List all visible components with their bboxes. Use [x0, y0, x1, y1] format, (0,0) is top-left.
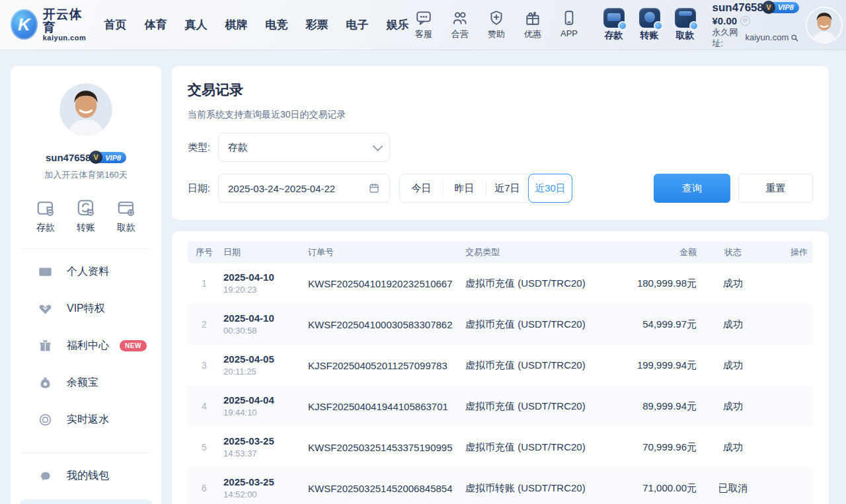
sidebar-item-rebate[interactable]: 实时返水	[20, 401, 152, 438]
cell-date-value: 2025-03-25	[223, 435, 274, 447]
transactions-table: 序号 日期 订单号 交易类型 金额 状态 操作 1 2025-04-1019:2…	[172, 231, 829, 504]
sidebar-item-my-wallet[interactable]: 我的钱包	[20, 457, 152, 494]
sidebar-item-vip[interactable]: VIP特权	[20, 290, 152, 327]
nav-item-entertainment[interactable]: 娱乐	[387, 17, 409, 32]
date-filter-label: 日期:	[188, 182, 218, 195]
chat-icon	[415, 9, 432, 26]
partners-link[interactable]: 合营	[445, 9, 475, 40]
date-range-input[interactable]: 2025-03-24~2025-04-22	[218, 174, 390, 203]
nav-item-home[interactable]: 首页	[104, 17, 127, 32]
cell-type: 虚拟币充值 (USDT/TRC20)	[463, 400, 613, 413]
sidebar-item-rebate-label: 实时返水	[67, 413, 109, 427]
cell-status: 成功	[699, 441, 767, 454]
nav-item-esports[interactable]: 电竞	[266, 17, 288, 32]
brand-logo[interactable]: K 开云体育 kaiyun.com	[11, 8, 90, 42]
quick-deposit-button[interactable]: 存款	[36, 198, 56, 234]
id-card-icon	[38, 265, 52, 279]
vip-level: VIP8	[778, 3, 794, 13]
app-label: APP	[560, 28, 578, 38]
quick-transfer-button[interactable]: 转账	[76, 198, 96, 234]
sidebar-item-welfare[interactable]: 福利中心 NEW	[20, 327, 152, 364]
partners-label: 合营	[451, 28, 469, 40]
cell-no: 5	[188, 442, 221, 452]
cell-status: 成功	[699, 277, 767, 290]
withdraw-icon	[675, 8, 696, 28]
table-row: 3 2025-04-0520:11:25 KJSF202504052011257…	[188, 345, 813, 386]
header-type: 交易类型	[463, 246, 613, 258]
quick-withdraw-label: 取款	[117, 222, 135, 234]
cell-no: 2	[188, 319, 221, 330]
deposit-icon	[603, 8, 625, 28]
user-info: sun47658 V VIP8 ¥0.00 ⟳ 永久网址: kaiyun.com	[712, 1, 799, 49]
withdraw-button[interactable]: 取款	[670, 8, 701, 42]
cell-order: KJSF202504041944105863701	[305, 401, 463, 412]
sidebar-item-my-wallet-label: 我的钱包	[67, 469, 109, 483]
topbar-wallet-actions: 存款 转账 取款	[599, 8, 701, 42]
range-yesterday-button[interactable]: 昨日	[443, 174, 486, 202]
brand-name: 开云体育	[43, 8, 90, 34]
type-select[interactable]: 存款	[218, 133, 390, 162]
cell-order: KWSF202504101920232510667	[305, 278, 463, 289]
nav-item-chess[interactable]: 棋牌	[225, 17, 248, 32]
profile-username: sun47658	[46, 152, 91, 163]
range-today-button[interactable]: 今日	[400, 174, 443, 202]
type-filter-label: 类型:	[188, 141, 218, 154]
sidebar-item-vip-label: VIP特权	[67, 302, 105, 316]
quick-transfer-label: 转账	[77, 222, 95, 234]
customer-service-link[interactable]: 客服	[409, 9, 439, 40]
nav-item-live[interactable]: 真人	[185, 17, 208, 32]
cell-amount: 199,999.94元	[613, 359, 699, 372]
transfer-label: 转账	[640, 30, 659, 42]
cell-order: KWSF202504100030583307862	[305, 319, 463, 330]
money-bag-icon	[38, 376, 52, 390]
cell-date-value: 2025-04-05	[223, 353, 274, 365]
range-7days-button[interactable]: 近7日	[486, 174, 529, 202]
topbar: K 开云体育 kaiyun.com 首页 体育 真人 棋牌 电竞 彩票 电子 娱…	[0, 0, 846, 50]
profile-avatar[interactable]	[59, 83, 112, 136]
app-link[interactable]: APP	[555, 9, 584, 40]
search-button[interactable]: 查询	[654, 174, 730, 203]
header-action: 操作	[767, 246, 810, 258]
promo-link[interactable]: 优惠	[518, 9, 548, 40]
sidebar-item-profile[interactable]: 个人资料	[20, 253, 152, 290]
cell-no: 1	[188, 278, 221, 289]
piggy-bank-icon	[38, 469, 52, 483]
search-icon[interactable]	[790, 33, 799, 43]
partners-icon	[451, 9, 469, 26]
reset-button[interactable]: 重置	[738, 174, 813, 203]
nav-item-slots[interactable]: 电子	[346, 17, 369, 32]
cell-date-value: 2025-04-10	[223, 312, 274, 324]
main-nav: 首页 体育 真人 棋牌 电竞 彩票 电子 娱乐	[104, 17, 409, 32]
cell-type: 虚拟币充值 (USDT/TRC20)	[463, 318, 613, 331]
cell-amount: 180,999.98元	[613, 277, 699, 290]
sidebar-item-yuebao[interactable]: 余额宝	[20, 364, 152, 401]
sidebar-item-yuebao-label: 余额宝	[67, 376, 98, 390]
sidebar-item-transactions[interactable]: 交易记录	[20, 499, 152, 504]
user-avatar[interactable]	[807, 8, 841, 42]
deposit-button[interactable]: 存款	[599, 8, 629, 42]
quick-withdraw-button[interactable]: 取款	[116, 198, 136, 234]
cell-time-value: 19:20:23	[223, 285, 257, 295]
cell-time-value: 14:52:00	[223, 489, 257, 499]
table-row: 5 2025-03-2514:53:37 KWSF202503251453375…	[188, 427, 813, 468]
cell-type: 虚拟币充值 (USDT/TRC20)	[463, 359, 613, 372]
deposit-label: 存款	[605, 30, 623, 42]
sidebar-wallet-menu: 我的钱包 交易记录	[20, 457, 152, 504]
cell-status: 已取消	[699, 482, 767, 495]
sidebar-item-welfare-label: 福利中心	[67, 339, 109, 353]
header-order: 订单号	[305, 246, 463, 258]
transfer-button[interactable]: 转账	[634, 8, 665, 42]
sidebar-divider	[21, 248, 151, 249]
type-select-value: 存款	[228, 141, 373, 154]
cell-status: 成功	[699, 400, 767, 413]
date-quick-ranges: 今日 昨日 近7日 近30日	[399, 174, 572, 203]
nav-item-sports[interactable]: 体育	[145, 17, 167, 32]
nav-item-lottery[interactable]: 彩票	[306, 17, 328, 32]
range-30days-button[interactable]: 近30日	[528, 174, 572, 203]
calendar-icon	[368, 182, 380, 194]
sponsor-link[interactable]: 赞助	[482, 9, 512, 40]
profile-vip-shield-icon: V	[89, 151, 102, 164]
bank-card-icon	[116, 198, 136, 218]
refresh-balance-icon[interactable]: ⟳	[740, 16, 750, 26]
site-url: kaiyun.com	[745, 32, 788, 43]
